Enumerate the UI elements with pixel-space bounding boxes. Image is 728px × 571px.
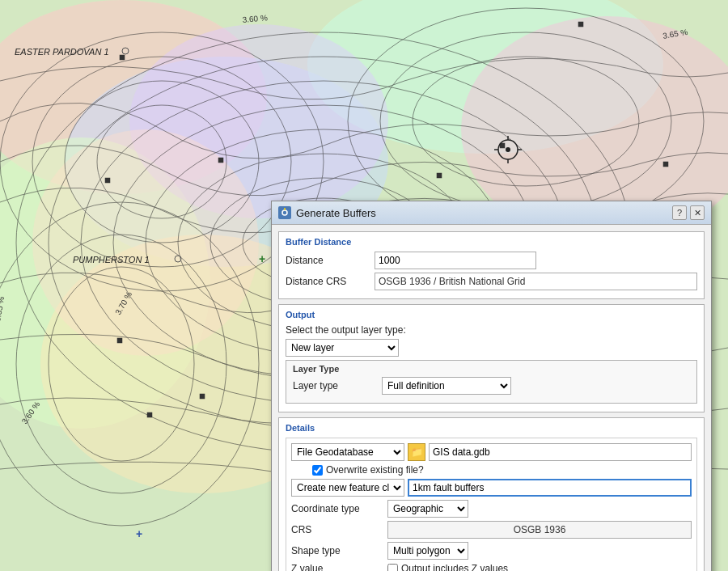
layer-type-select[interactable]: Full definition Simple Feature class onl… <box>382 377 511 395</box>
crs-row: CRS <box>291 521 692 539</box>
z-value-checkbox[interactable] <box>387 564 398 572</box>
svg-rect-31 <box>578 22 583 27</box>
overwrite-label: Overwrite existing file? <box>326 464 424 476</box>
overwrite-row: Overwrite existing file? <box>291 464 692 476</box>
output-section: Output Select the output layer type: New… <box>278 304 705 412</box>
shape-type-select[interactable]: Multi polygon Polygon Point Line <box>387 542 468 560</box>
buffer-distance-section: Buffer Distance Distance Distance CRS <box>278 231 705 299</box>
coordinate-type-label: Coordinate type <box>291 503 384 514</box>
dialog-title: Generate Buffers <box>296 207 376 219</box>
coordinate-type-row: Coordinate type Geographic Projected <box>291 500 692 518</box>
distance-row: Distance <box>286 252 697 269</box>
coordinate-type-select[interactable]: Geographic Projected <box>387 500 468 518</box>
layer-type-label: Layer type <box>293 380 382 391</box>
shape-type-row: Shape type Multi polygon Polygon Point L… <box>291 542 692 560</box>
svg-rect-28 <box>218 158 223 163</box>
geodatabase-select[interactable]: File Geodatabase Personal Geodatabase SD… <box>291 443 404 461</box>
crs-label: CRS <box>291 524 384 535</box>
layer-type-row: Layer type Full definition Simple Featur… <box>293 377 690 395</box>
svg-rect-35 <box>147 412 152 417</box>
layer-type-dropdown-wrap: Full definition Simple Feature class onl… <box>382 377 511 395</box>
svg-rect-27 <box>105 178 110 183</box>
svg-rect-29 <box>437 173 442 178</box>
z-value-label: Z value <box>291 563 384 571</box>
close-title-button[interactable]: ✕ <box>690 205 705 220</box>
feature-class-row: Create new feature class <box>291 479 692 497</box>
svg-text:+: + <box>259 252 265 265</box>
svg-text:+: + <box>136 527 142 540</box>
output-title: Output <box>286 310 697 319</box>
svg-text:PUMPHERSTON 1: PUMPHERSTON 1 <box>73 255 150 264</box>
dialog-title-area: Generate Buffers <box>278 206 376 219</box>
dialog-icon <box>278 206 291 219</box>
feature-class-name-input[interactable] <box>408 479 692 497</box>
feature-class-select[interactable]: Create new feature class <box>291 479 404 497</box>
output-layer-select[interactable]: New layer Existing layer <box>286 339 399 357</box>
distance-crs-label: Distance CRS <box>286 276 375 287</box>
generate-buffers-dialog: Generate Buffers ? ✕ Buffer Distance Dis… <box>271 201 712 571</box>
folder-button[interactable]: 📁 <box>408 443 425 461</box>
layer-type-subsection: Layer Type Layer type Full definition Si… <box>286 360 697 404</box>
output-layer-type-row: Select the output layer type: <box>286 324 697 336</box>
overwrite-checkbox[interactable] <box>312 465 323 476</box>
z-value-row: Z value Output includes Z values <box>291 563 692 571</box>
distance-input[interactable] <box>375 252 536 269</box>
geodatabase-row: File Geodatabase Personal Geodatabase SD… <box>291 443 692 461</box>
shape-type-label: Shape type <box>291 545 384 556</box>
distance-crs-row: Distance CRS <box>286 273 697 290</box>
svg-rect-33 <box>117 338 122 343</box>
dialog-body: Buffer Distance Distance Distance CRS Ou… <box>272 225 711 571</box>
distance-crs-input <box>375 273 697 290</box>
details-title: Details <box>286 423 697 433</box>
svg-rect-26 <box>120 55 125 60</box>
buffer-distance-title: Buffer Distance <box>286 237 697 247</box>
svg-point-37 <box>506 147 510 152</box>
output-layer-type-label: Select the output layer type: <box>286 324 407 336</box>
dialog-controls: ? ✕ <box>672 205 705 220</box>
svg-text:3.60 %: 3.60 % <box>242 13 268 24</box>
help-button[interactable]: ? <box>672 205 687 220</box>
output-layer-select-row: New layer Existing layer <box>286 339 697 357</box>
crs-input <box>387 521 692 539</box>
gdb-path-input[interactable] <box>429 443 692 461</box>
details-inner: File Geodatabase Personal Geodatabase SD… <box>286 438 697 571</box>
distance-label: Distance <box>286 255 375 266</box>
svg-text:EASTER PARDOVAN 1: EASTER PARDOVAN 1 <box>15 47 109 57</box>
layer-type-title: Layer Type <box>293 364 690 374</box>
details-section: Details File Geodatabase Personal Geodat… <box>278 417 705 571</box>
dialog-titlebar: Generate Buffers ? ✕ <box>272 201 711 225</box>
svg-rect-32 <box>663 162 668 167</box>
svg-rect-34 <box>200 394 205 399</box>
output-layer-dropdown-wrap: New layer Existing layer <box>286 339 399 357</box>
z-value-checkbox-label: Output includes Z values <box>401 563 508 571</box>
